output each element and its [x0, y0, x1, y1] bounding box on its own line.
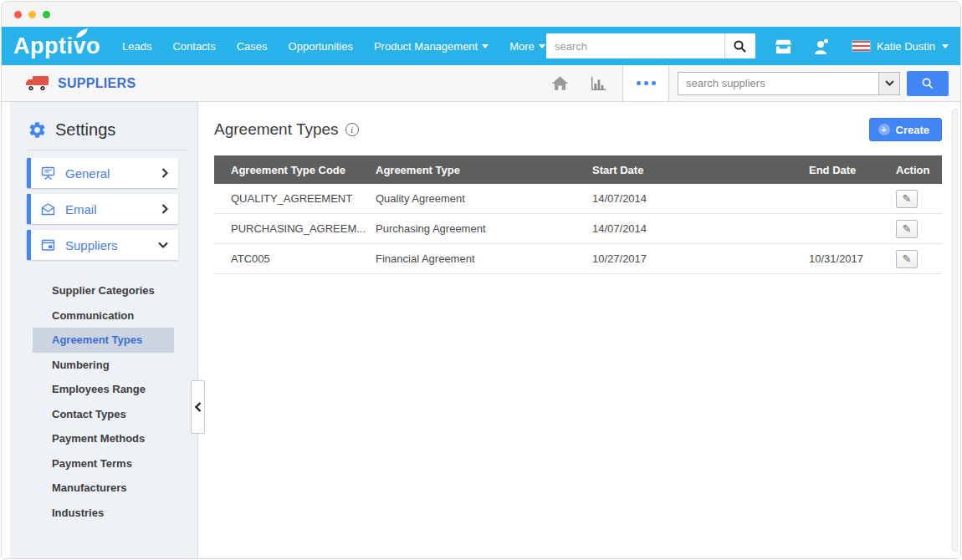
agreement-types-table: Agreement Type Code Agreement Type Start…: [214, 155, 942, 274]
table-row: QUALITY_AGREEMENT Quality Agreement 14/0…: [214, 184, 942, 214]
caret-down-icon: [539, 44, 545, 48]
sidebar-item-label: Suppliers: [65, 238, 118, 252]
cell-end-date: 10/31/2017: [809, 252, 886, 265]
cell-agreement-type-code: ATC005: [214, 252, 376, 265]
nav-item-opportunities[interactable]: Opportunities: [289, 40, 353, 53]
table-header-row: Agreement Type Code Agreement Type Start…: [214, 155, 942, 184]
user-name: Katie Dustin: [877, 40, 935, 53]
main-menu: Leads Contacts Cases Opportunities Produ…: [122, 40, 545, 53]
column-header: Action: [886, 164, 942, 176]
nav-item-product-management[interactable]: Product Management: [374, 40, 489, 53]
sidebar-item-email[interactable]: Email: [27, 194, 178, 224]
sidebar-item-suppliers[interactable]: Suppliers: [27, 230, 178, 260]
subnav-item-communication[interactable]: Communication: [33, 303, 174, 328]
nav-item-contacts[interactable]: Contacts: [172, 40, 215, 53]
global-search: [546, 33, 755, 59]
cell-agreement-type: Financial Agreement: [376, 252, 592, 265]
chevron-right-icon: [161, 204, 168, 214]
app-header-bar: SUPPLIERS: [2, 65, 960, 102]
app-title-label: SUPPLIERS: [58, 76, 136, 91]
browser-card-icon: [41, 239, 55, 252]
dot: [652, 81, 656, 85]
app-title: SUPPLIERS: [25, 74, 136, 92]
table-row: ATC005 Financial Agreement 10/27/2017 10…: [214, 244, 942, 274]
info-icon[interactable]: i: [345, 123, 359, 136]
cell-agreement-type-code: PURCHASING_AGREEM...: [214, 222, 376, 235]
subnav-item-numbering[interactable]: Numbering: [33, 353, 174, 378]
supplier-search-button[interactable]: [907, 71, 949, 96]
cell-start-date: 14/07/2014: [592, 222, 809, 235]
subnav-item-contact-types[interactable]: Contact Types: [33, 402, 174, 427]
flag-icon: [852, 41, 870, 51]
sidebar-item-label: General: [65, 166, 110, 181]
subnav-item-payment-terms[interactable]: Payment Terms: [33, 451, 174, 476]
subnav-item-agreement-types[interactable]: Agreement Types: [33, 328, 174, 353]
window-zoom-button[interactable]: [43, 11, 50, 18]
truck-icon: [25, 74, 50, 92]
suppliers-subnav: Supplier Categories Communication Agreem…: [10, 278, 197, 525]
user-presence-icon[interactable]: [813, 38, 832, 55]
window-minimize-button[interactable]: [28, 11, 36, 18]
create-button[interactable]: + Create: [869, 118, 942, 141]
main-area: Settings General Email Suppliers: [2, 102, 960, 558]
search-icon: [733, 39, 747, 53]
settings-sections: General Email Suppliers: [10, 158, 197, 260]
gear-icon: [28, 120, 47, 140]
caret-down-icon: [482, 44, 489, 48]
nav-item-more[interactable]: More: [509, 40, 545, 53]
chevron-down-icon: [885, 80, 894, 86]
nav-item-cases[interactable]: Cases: [237, 40, 268, 53]
dot: [644, 81, 648, 85]
dot: [637, 81, 641, 85]
search-icon: [921, 77, 934, 90]
plus-icon: +: [878, 124, 890, 135]
sidebar-item-general[interactable]: General: [27, 158, 178, 188]
cell-start-date: 14/07/2014: [592, 192, 809, 205]
search-dropdown-button[interactable]: [878, 72, 900, 95]
settings-title: Settings: [55, 120, 115, 140]
apptivo-logo[interactable]: Apptivo: [13, 33, 100, 59]
global-search-button[interactable]: [724, 33, 755, 59]
subnav-item-manufacturers[interactable]: Manufacturers: [33, 476, 174, 501]
settings-heading: Settings: [10, 102, 197, 140]
subnav-item-industries[interactable]: Industries: [33, 501, 174, 526]
supplier-search-input[interactable]: [678, 72, 878, 95]
subnav-item-supplier-categories[interactable]: Supplier Categories: [33, 278, 174, 303]
home-icon[interactable]: [540, 75, 579, 91]
cell-start-date: 10/27/2017: [592, 252, 809, 265]
settings-sidebar: Settings General Email Suppliers: [10, 102, 198, 558]
column-header: End Date: [809, 164, 886, 176]
reports-icon[interactable]: [579, 75, 617, 92]
subnav-item-employees-range[interactable]: Employees Range: [33, 377, 174, 402]
board-icon: [41, 166, 55, 181]
supplier-search: [678, 71, 949, 96]
user-menu[interactable]: Katie Dustin: [852, 40, 949, 53]
sidebar-collapse-button[interactable]: [191, 380, 205, 434]
column-header: Agreement Type: [376, 164, 592, 176]
cell-agreement-type: Quality Agreement: [376, 192, 592, 205]
page-title: Agreement Types i: [214, 120, 359, 139]
content-header: Agreement Types i + Create: [214, 117, 942, 142]
chevron-left-icon: [195, 402, 202, 412]
leaf-icon: [75, 28, 89, 38]
cell-agreement-type-code: QUALITY_AGREEMENT: [214, 192, 376, 205]
table-row: PURCHASING_AGREEM... Purchasing Agreemen…: [214, 214, 942, 244]
window-titlebar: [2, 2, 960, 27]
more-apps-button[interactable]: [622, 65, 669, 101]
edit-button[interactable]: ✎: [896, 250, 918, 268]
column-header: Agreement Type Code: [214, 164, 376, 176]
column-header: Start Date: [592, 164, 809, 176]
app-window: Apptivo Leads Contacts Cases Opportuniti…: [1, 1, 961, 559]
content-panel: Agreement Types i + Create Agreement Typ…: [198, 102, 961, 558]
store-icon[interactable]: [774, 38, 793, 55]
caret-down-icon: [942, 44, 949, 48]
top-navbar: Apptivo Leads Contacts Cases Opportuniti…: [2, 27, 960, 65]
window-close-button[interactable]: [14, 11, 22, 18]
nav-item-leads[interactable]: Leads: [122, 40, 151, 53]
divider: [28, 150, 187, 150]
edit-button[interactable]: ✎: [896, 220, 918, 238]
content-scrollbar[interactable]: [952, 109, 958, 552]
edit-button[interactable]: ✎: [896, 190, 918, 208]
global-search-input[interactable]: [546, 33, 724, 59]
subnav-item-payment-methods[interactable]: Payment Methods: [33, 426, 174, 451]
